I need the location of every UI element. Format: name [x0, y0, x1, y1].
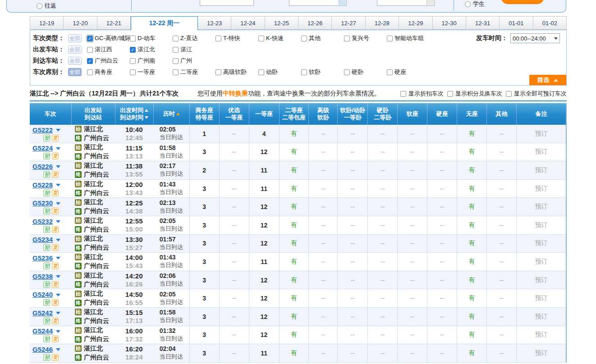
- column-header[interactable]: 一等座: [249, 103, 279, 125]
- book-button[interactable]: 预订: [535, 221, 547, 229]
- column-header[interactable]: 硬座: [427, 103, 457, 125]
- checkbox-icon[interactable]: [506, 91, 512, 97]
- checkbox-checked-icon[interactable]: ✓: [87, 36, 93, 41]
- tab-date-12-19[interactable]: 12-19: [30, 16, 64, 30]
- train-code-link[interactable]: G5230: [32, 199, 53, 207]
- checkbox-icon[interactable]: [173, 47, 179, 53]
- filter-option[interactable]: 湛江: [173, 46, 215, 54]
- expand-arrow-icon[interactable]: [56, 312, 60, 314]
- expand-arrow-icon[interactable]: [56, 220, 60, 223]
- filter-option[interactable]: Z-直达: [173, 34, 215, 42]
- tab-date-12-22[interactable]: 12-22 周一: [131, 16, 198, 30]
- column-header[interactable]: 出发站到达站: [71, 103, 115, 125]
- filter-option[interactable]: 一等座: [130, 68, 173, 76]
- display-option[interactable]: 显示全部可预订车次: [506, 90, 567, 98]
- tab-date-12-23[interactable]: 12-23: [198, 16, 231, 30]
- checkbox-icon[interactable]: [215, 69, 221, 75]
- checkbox-icon[interactable]: [87, 47, 93, 53]
- filter-option[interactable]: ✓GC-高铁/城际: [87, 34, 130, 42]
- expand-arrow-icon[interactable]: [56, 165, 60, 168]
- student-radio[interactable]: 学生: [465, 0, 485, 8]
- train-code-link[interactable]: G5222: [32, 126, 53, 134]
- depart-date-input[interactable]: [289, 0, 347, 6]
- sort-asc-active-icon[interactable]: [176, 113, 180, 115]
- expand-arrow-icon[interactable]: [56, 348, 60, 351]
- filter-option[interactable]: 动卧: [258, 68, 301, 76]
- expand-arrow-icon[interactable]: [56, 275, 60, 278]
- checkbox-icon[interactable]: [387, 36, 393, 41]
- column-header[interactable]: 出发时间到达时间: [115, 103, 153, 125]
- checkbox-icon[interactable]: [173, 69, 179, 75]
- column-header[interactable]: 备注: [516, 103, 566, 125]
- checkbox-icon[interactable]: [173, 36, 179, 41]
- tab-date-12-27[interactable]: 12-27: [332, 16, 365, 30]
- checkbox-icon[interactable]: [130, 36, 136, 41]
- filter-option[interactable]: 广州: [173, 57, 215, 65]
- checkbox-icon[interactable]: [301, 36, 307, 41]
- filter-option[interactable]: 硬卧: [344, 68, 387, 76]
- checkbox-icon[interactable]: [447, 91, 453, 97]
- tab-date-12-28[interactable]: 12-28: [366, 16, 399, 30]
- column-header[interactable]: 无座: [457, 103, 486, 125]
- expand-arrow-icon[interactable]: [56, 184, 60, 187]
- filter-option[interactable]: 硬座: [387, 68, 430, 76]
- train-code-link[interactable]: G5244: [32, 327, 53, 335]
- train-code-link[interactable]: G5226: [32, 163, 53, 170]
- filter-option[interactable]: D-动车: [130, 34, 173, 42]
- expand-arrow-icon[interactable]: [56, 147, 60, 150]
- checkbox-icon[interactable]: [130, 69, 136, 75]
- tab-date-12-30[interactable]: 12-30: [433, 16, 466, 30]
- checkbox-icon[interactable]: [344, 36, 350, 41]
- all-button[interactable]: 全部: [68, 34, 82, 42]
- sort-asc-icon[interactable]: [145, 109, 148, 112]
- tab-date-01-02[interactable]: 01-02: [533, 16, 567, 30]
- checkbox-icon[interactable]: [400, 91, 406, 97]
- column-header[interactable]: 商务座特等座: [189, 103, 219, 125]
- filter-option[interactable]: 高级软卧: [215, 68, 258, 76]
- return-date-input[interactable]: [377, 0, 435, 6]
- book-button[interactable]: 预订: [535, 130, 547, 138]
- expand-arrow-icon[interactable]: [56, 330, 60, 333]
- column-header[interactable]: 优选一等座: [219, 103, 249, 125]
- tab-date-12-31[interactable]: 12-31: [466, 16, 500, 30]
- filter-option[interactable]: 广州南: [130, 57, 173, 65]
- filter-option[interactable]: 商务座: [87, 68, 130, 76]
- train-code-link[interactable]: G5238: [32, 273, 53, 280]
- column-header[interactable]: 软卧/动卧一等卧: [337, 103, 367, 125]
- tab-date-12-26[interactable]: 12-26: [298, 16, 332, 30]
- filter-option[interactable]: K-快速: [258, 34, 301, 42]
- filter-option[interactable]: ✓广州白云: [87, 57, 130, 65]
- column-header[interactable]: 车次: [30, 103, 71, 125]
- train-code-link[interactable]: G5240: [32, 291, 53, 298]
- all-button[interactable]: 全部: [68, 68, 82, 76]
- column-header[interactable]: 其他: [486, 103, 516, 125]
- expand-arrow-icon[interactable]: [56, 202, 60, 205]
- tab-date-12-29[interactable]: 12-29: [399, 16, 432, 30]
- filter-option[interactable]: 复兴号: [344, 34, 387, 42]
- train-code-link[interactable]: G5242: [32, 309, 53, 317]
- column-header[interactable]: 软座: [397, 103, 427, 125]
- column-header[interactable]: 二等座二等包座: [279, 103, 309, 125]
- checkbox-checked-icon[interactable]: ✓: [130, 47, 136, 53]
- transfer-link[interactable]: 中转换乘: [223, 90, 248, 97]
- train-code-link[interactable]: G5228: [32, 181, 53, 189]
- filter-toggle-button[interactable]: 筛选: [529, 75, 566, 85]
- train-code-link[interactable]: G5236: [32, 254, 53, 262]
- book-button[interactable]: 预订: [535, 313, 547, 321]
- filter-option[interactable]: 湛江西: [87, 46, 130, 54]
- book-button[interactable]: 预订: [535, 276, 547, 284]
- roundtrip-radio[interactable]: 往返: [37, 2, 56, 10]
- train-code-link[interactable]: G5232: [32, 218, 53, 225]
- filter-option[interactable]: 其他: [301, 34, 344, 42]
- book-button[interactable]: 预订: [535, 294, 547, 302]
- checkbox-checked-icon[interactable]: ✓: [87, 58, 93, 64]
- calendar-icon[interactable]: [339, 0, 346, 5]
- book-button[interactable]: 预订: [535, 203, 547, 211]
- book-button[interactable]: 预订: [535, 331, 547, 339]
- filter-option[interactable]: 软卧: [301, 68, 344, 76]
- all-button[interactable]: 全部: [68, 57, 82, 65]
- query-button[interactable]: [501, 0, 544, 4]
- tab-date-12-20[interactable]: 12-20: [64, 16, 97, 30]
- book-button[interactable]: 预订: [535, 349, 547, 357]
- filter-option[interactable]: 二等座: [173, 68, 215, 76]
